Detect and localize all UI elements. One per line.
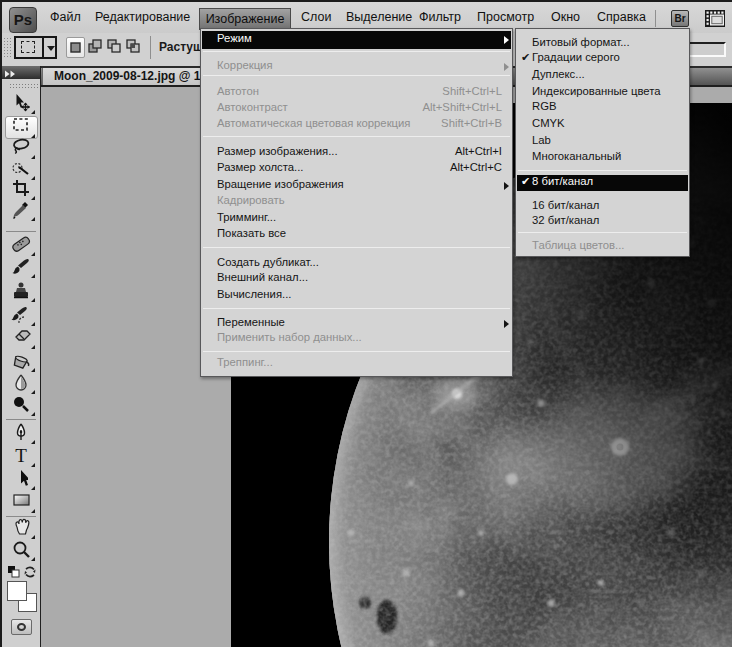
svg-text:T: T bbox=[15, 446, 27, 465]
